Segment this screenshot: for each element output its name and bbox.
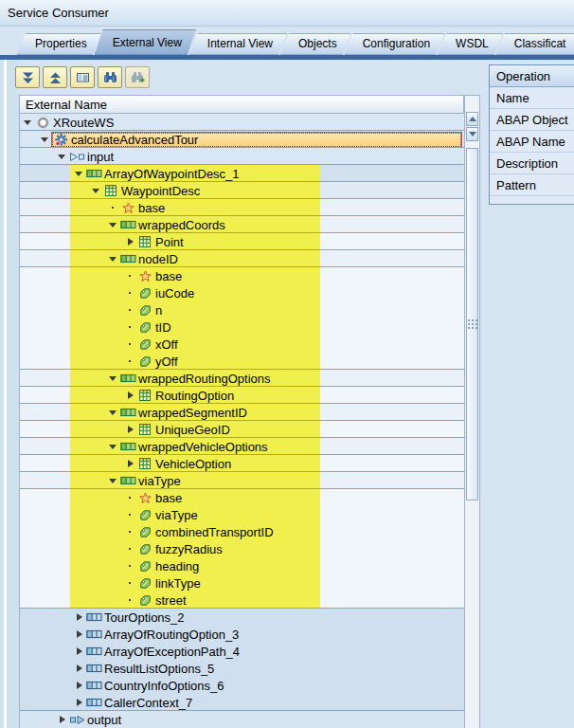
structure-green-icon (85, 165, 102, 182)
expand-toggle-icon[interactable] (123, 387, 136, 404)
tree-node-label: nodeID (138, 252, 178, 266)
tree-row-countryinfooptions-6[interactable]: CountryInfoOptions_6 (20, 677, 464, 694)
leaf-bullet (123, 540, 136, 557)
expand-toggle-icon[interactable] (72, 626, 85, 643)
tree-node-label: ArrayOfRoutingOption_3 (104, 628, 239, 642)
tab-configuration[interactable]: Configuration (345, 33, 444, 55)
scroll-down-button[interactable] (466, 127, 478, 141)
tree-node-label: wrappedSegmentID (138, 406, 247, 420)
tree-row-resultlistoptions-5[interactable]: ResultListOptions_5 (20, 660, 464, 677)
star-base-icon (119, 199, 136, 216)
tree-node-label: xOff (155, 337, 178, 352)
collapse-toggle-icon[interactable] (55, 148, 68, 165)
tree-node-label: base (138, 201, 165, 215)
expand-toggle-icon[interactable] (72, 677, 85, 694)
tag-element-icon (136, 557, 153, 574)
find-next-button[interactable] (125, 66, 150, 88)
tree-row-input[interactable]: input (20, 148, 464, 165)
tree-column-header-label: External Name (26, 98, 107, 112)
tree-node-label: ArrayOfExceptionPath_4 (104, 645, 240, 659)
scrollbar-thumb[interactable] (466, 148, 478, 500)
expand-toggle-icon[interactable] (72, 643, 85, 660)
tag-element-icon (136, 353, 153, 370)
tree-row-touroptions-2[interactable]: TourOptions_2 (20, 609, 464, 626)
tree-node-label: heading (155, 559, 199, 573)
tree-node-label: viaType (155, 508, 198, 522)
collapse-toggle-icon[interactable] (106, 438, 119, 455)
tree-node-label: base (155, 269, 182, 283)
expand-toggle-icon[interactable] (72, 694, 85, 711)
structure-blue-icon (85, 609, 102, 626)
expand-toggle-icon[interactable] (55, 711, 68, 728)
collapse-toggle-icon[interactable] (106, 370, 119, 387)
leaf-bullet (123, 557, 136, 574)
expand-toggle-icon[interactable] (72, 609, 85, 626)
tree-node-label: CallerContext_7 (104, 696, 192, 710)
expand-toggle-icon[interactable] (72, 660, 85, 677)
tree-node-label: fuzzyRadius (155, 542, 223, 556)
tag-element-icon (136, 284, 153, 301)
tree-row-arrayofexceptionpath-4[interactable]: ArrayOfExceptionPath_4 (20, 643, 464, 660)
tree-row-xroutews[interactable]: XRouteWS (20, 114, 464, 131)
collapse-all-button[interactable] (43, 66, 67, 88)
tab-properties[interactable]: Properties (17, 33, 101, 55)
structure-blue-icon (85, 677, 102, 694)
collapse-toggle-icon[interactable] (106, 472, 119, 489)
expand-toggle-icon[interactable] (123, 455, 136, 472)
tree-row-callercontext-7[interactable]: CallerContext_7 (20, 694, 464, 711)
structure-green-icon (119, 404, 136, 421)
leaf-bullet (123, 353, 136, 370)
structure-blue-icon (85, 626, 102, 643)
find-button[interactable] (98, 66, 122, 88)
tab-bar: PropertiesExternal ViewInternal ViewObje… (0, 26, 574, 55)
service-consumer-label: Service Consumer (8, 6, 109, 20)
tree-row-output[interactable]: output (20, 711, 464, 728)
operation-panel-body: NameABAP ObjectABAP NameDescriptionPatte… (490, 87, 574, 196)
ring-icon (34, 114, 51, 131)
tab-classificat[interactable]: Classificat (496, 33, 574, 55)
collapse-toggle-icon[interactable] (106, 250, 119, 267)
tag-element-icon (136, 301, 153, 318)
expand-toggle-icon[interactable] (123, 233, 136, 250)
structure-green-icon (119, 250, 136, 267)
expand-all-button[interactable] (15, 66, 40, 88)
tree-node-label: viaType (138, 474, 181, 488)
structure-green-icon (119, 472, 136, 489)
tab-underline (0, 55, 574, 60)
tag-element-icon (136, 540, 153, 557)
collapse-toggle-icon[interactable] (89, 182, 102, 199)
collapse-toggle-icon[interactable] (106, 404, 119, 421)
collapse-toggle-icon[interactable] (106, 216, 119, 233)
leaf-bullet (123, 523, 136, 540)
tree-node-label: wrappedRoutingOptions (138, 372, 270, 386)
tab-wsdl[interactable]: WSDL (438, 33, 503, 55)
scrollbar-grip-icon (472, 323, 474, 325)
tree-row-arrayofroutingoption-3[interactable]: ArrayOfRoutingOption_3 (20, 626, 464, 643)
tree-toolbar (15, 66, 150, 88)
collapse-toggle-icon[interactable] (72, 165, 85, 182)
scroll-up-button[interactable] (466, 112, 478, 126)
collapse-toggle-icon[interactable] (38, 131, 51, 148)
tree-node-label: XRouteWS (53, 116, 114, 130)
tree-node-label: ResultListOptions_5 (104, 662, 214, 676)
operation-field-abap-name: ABAP Name (490, 131, 574, 153)
tree-node-label: street (155, 593, 187, 608)
tab-external-view[interactable]: External View (95, 29, 196, 55)
tree-row-calculateadvancedtour[interactable]: calculateAdvancedTour (20, 131, 464, 148)
vertical-scrollbar[interactable] (464, 95, 480, 728)
collapse-toggle-icon[interactable] (21, 114, 34, 131)
leaf-bullet (123, 267, 136, 284)
leaf-bullet (106, 199, 119, 216)
tree-node-label: base (155, 491, 182, 505)
detail-view-button[interactable] (70, 66, 95, 88)
tree-node-label: linkType (155, 576, 201, 591)
tree-node-label: yOff (155, 355, 178, 369)
structure-blue-icon (85, 694, 102, 711)
operation-field-abap-object: ABAP Object (490, 109, 574, 131)
structure-blue-icon (85, 643, 102, 660)
expand-toggle-icon[interactable] (123, 421, 136, 438)
tree-panel: External Name XRouteWScalculateAdvancedT… (19, 95, 464, 728)
tree-node-label: output (87, 713, 121, 727)
tab-objects[interactable]: Objects (280, 33, 351, 55)
tab-internal-view[interactable]: Internal View (189, 33, 287, 55)
